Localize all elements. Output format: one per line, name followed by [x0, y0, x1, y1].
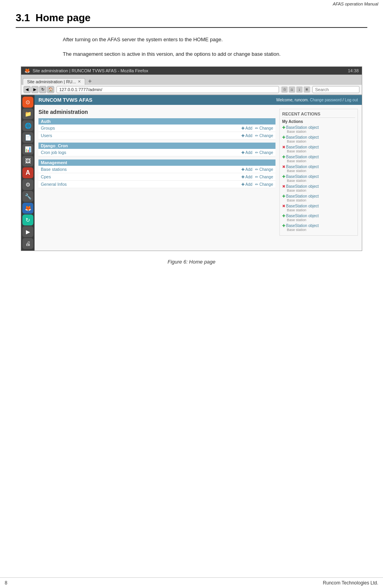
- recent-action-type-3: Base station: [282, 149, 355, 153]
- delete-icon-5: ✖: [282, 165, 285, 169]
- logout-link[interactable]: Log out: [345, 98, 358, 102]
- tab-label: Site administration | RU...: [27, 79, 76, 84]
- figure-caption: Figure 6: Home page: [16, 259, 367, 265]
- new-tab-button[interactable]: +: [87, 78, 93, 85]
- cpes-add-link[interactable]: ✚ Add: [241, 175, 252, 179]
- cpes-change-link[interactable]: ✏ Change: [255, 175, 273, 179]
- recent-actions-subtitle: My Actions: [282, 119, 355, 124]
- recent-action-link-6[interactable]: ✚ BaseStation object: [282, 174, 355, 179]
- groups-add-link[interactable]: ✚ Add: [241, 126, 252, 130]
- recent-action-8: ✚ BaseStation object Base station: [282, 194, 355, 203]
- browser-chrome: 🦊 Site administration | RUNCOM TVWS AFAS…: [21, 67, 362, 95]
- recent-actions-title: Recent Actions: [282, 112, 355, 118]
- cron-change-link[interactable]: ✏ Change: [255, 150, 273, 155]
- bookmark-icon[interactable]: ☆: [281, 86, 288, 93]
- recent-action-4: ✚ BaseStation object Base station: [282, 154, 355, 164]
- ubuntu-sync-icon[interactable]: ↻: [22, 214, 33, 225]
- recent-action-2: ✚ BaseStation object Base station: [282, 135, 355, 145]
- ubuntu-terminal-icon[interactable]: ▶: [22, 226, 33, 237]
- back-button[interactable]: ◀: [24, 86, 31, 93]
- cron-add-link[interactable]: ✚ Add: [241, 150, 252, 155]
- table-row: Users ✚ Add ✏ Change: [38, 132, 275, 139]
- groups-actions: ✚ Add ✏ Change: [117, 125, 275, 132]
- cron-label: Cron job logs: [38, 149, 143, 156]
- recent-action-label-8: BaseStation object: [286, 194, 319, 198]
- groups-change-link[interactable]: ✏ Change: [255, 126, 273, 130]
- recent-action-7: ✖ BaseStation object Base station: [282, 184, 355, 194]
- users-add-link[interactable]: ✚ Add: [241, 134, 252, 138]
- django-site-title: RUNCOM TVWS AFAS: [38, 97, 92, 103]
- users-label: Users: [38, 132, 117, 139]
- browser-search-input[interactable]: [312, 86, 359, 93]
- recent-action-type-1: Base station: [282, 130, 355, 134]
- add-icon-8: ✚: [282, 194, 285, 198]
- recent-action-label-10: BaseStation object: [286, 214, 319, 218]
- ubuntu-a-icon[interactable]: A: [22, 167, 33, 178]
- recent-action-link-8[interactable]: ✚ BaseStation object: [282, 194, 355, 198]
- basestations-change-link[interactable]: ✏ Change: [255, 167, 273, 172]
- add-icon-4: ✚: [282, 155, 285, 159]
- recent-action-link-2[interactable]: ✚ BaseStation object: [282, 135, 355, 139]
- recent-action-11: ✚ BaseStation object Base station: [282, 223, 355, 233]
- ubuntu-browser-icon[interactable]: 🌐: [22, 120, 33, 131]
- users-change-link[interactable]: ✏ Change: [255, 134, 273, 138]
- ubuntu-settings-icon[interactable]: 🔧: [22, 191, 33, 202]
- recent-action-link-5[interactable]: ✖ BaseStation object: [282, 165, 355, 169]
- ubuntu-files-icon[interactable]: 📁: [22, 108, 33, 119]
- recent-action-type-4: Base station: [282, 159, 355, 163]
- ubuntu-text-icon[interactable]: 📄: [22, 132, 33, 143]
- basestations-actions: ✚ Add ✏ Change: [144, 166, 275, 173]
- footer-company: Runcom Technologies Ltd.: [323, 580, 378, 586]
- download-icon[interactable]: ↓: [296, 86, 303, 93]
- recent-action-5: ✖ BaseStation object Base station: [282, 164, 355, 174]
- table-row: Cpes ✚ Add ✏ Change: [38, 173, 275, 180]
- add-icon-6: ✚: [282, 174, 285, 179]
- section-heading: 3.1 Home page: [16, 12, 367, 28]
- ubuntu-home-icon[interactable]: ⊙: [22, 97, 33, 108]
- generalinfos-add-link[interactable]: ✚ Add: [241, 182, 252, 187]
- recent-action-link-7[interactable]: ✖ BaseStation object: [282, 184, 355, 189]
- change-password-link[interactable]: Change password: [310, 98, 342, 102]
- delete-icon-7: ✖: [282, 184, 285, 189]
- recent-action-1: ✚ BaseStation object Base station: [282, 125, 355, 135]
- cron-section-header: Django_Cron: [38, 143, 275, 149]
- recent-action-label-5: BaseStation object: [286, 165, 319, 169]
- ubuntu-print-icon[interactable]: 🖨: [22, 238, 33, 249]
- table-row: Base stations ✚ Add ✏ Change: [38, 166, 275, 173]
- ubuntu-spreadsheet-icon[interactable]: 📊: [22, 144, 33, 155]
- tab-close-icon[interactable]: ✕: [78, 79, 81, 84]
- recent-action-label-7: BaseStation object: [286, 184, 319, 189]
- ubuntu-firefox-icon[interactable]: 🦊: [22, 203, 33, 214]
- recent-action-link-1[interactable]: ✚ BaseStation object: [282, 125, 355, 130]
- browser-tab-active[interactable]: Site administration | RU... ✕: [23, 78, 85, 85]
- forward-button[interactable]: ▶: [31, 86, 38, 93]
- recent-action-link-9[interactable]: ✖ BaseStation object: [282, 204, 355, 208]
- recent-action-type-10: Base station: [282, 218, 355, 222]
- home-addr-icon[interactable]: ⌂: [289, 86, 295, 93]
- recent-action-link-11[interactable]: ✚ BaseStation object: [282, 223, 355, 228]
- url-bar[interactable]: [57, 86, 279, 93]
- browser-icon: 🦊: [24, 68, 30, 73]
- recent-action-label-2: BaseStation object: [286, 135, 319, 139]
- basestations-add-link[interactable]: ✚ Add: [241, 167, 252, 172]
- users-actions: ✚ Add ✏ Change: [117, 132, 275, 139]
- menu-icon[interactable]: ≡: [304, 86, 310, 93]
- ubuntu-gear-icon[interactable]: ⚙: [22, 179, 33, 190]
- ubuntu-photo-icon[interactable]: 🖼: [22, 156, 33, 167]
- recent-action-3: ✖ BaseStation object Base station: [282, 145, 355, 154]
- home-button[interactable]: 🏠: [47, 86, 54, 93]
- management-table: Base stations ✚ Add ✏ Change Cpes ✚ Add: [38, 166, 275, 188]
- add-icon-1: ✚: [282, 125, 285, 130]
- footer-page-number: 8: [5, 580, 7, 586]
- page-header: AFAS operation Manual: [328, 0, 383, 8]
- generalinfos-change-link[interactable]: ✏ Change: [255, 182, 273, 187]
- groups-label: Groups: [38, 125, 117, 132]
- recent-action-link-3[interactable]: ✖ BaseStation object: [282, 145, 355, 149]
- generalinfos-actions: ✚ Add ✏ Change: [144, 180, 275, 188]
- browser-title-left: 🦊 Site administration | RUNCOM TVWS AFAS…: [24, 68, 148, 73]
- recent-action-link-4[interactable]: ✚ BaseStation object: [282, 155, 355, 159]
- recent-action-link-10[interactable]: ✚ BaseStation object: [282, 214, 355, 218]
- refresh-button[interactable]: ↻: [39, 86, 46, 93]
- generalinfos-label: General Infos: [38, 180, 144, 188]
- recent-action-type-2: Base station: [282, 139, 355, 143]
